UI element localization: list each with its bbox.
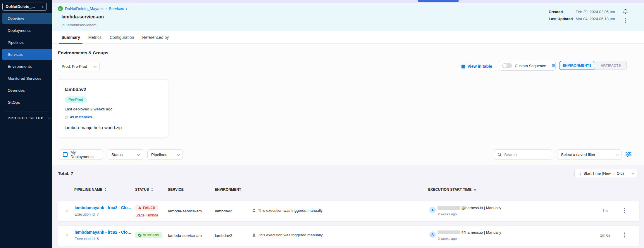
executions-table-header: PIPELINE NAME STATUS SERVICE ENVIRONMENT… [58, 188, 639, 193]
column-status[interactable]: STATUS [135, 188, 153, 192]
chevron-down-icon [631, 171, 634, 174]
project-setup-toggle[interactable]: PROJECT SETUP [8, 116, 50, 120]
chevron-down-icon [177, 153, 180, 156]
expand-chevron-icon[interactable]: › [66, 232, 68, 238]
sidebar-item-overrides[interactable]: Overrides [2, 85, 52, 96]
filter-sliders-icon[interactable] [625, 152, 632, 157]
gear-icon[interactable]: ⚙ [551, 63, 555, 68]
warning-triangle-icon [138, 206, 142, 209]
chevron-down-icon [94, 65, 97, 67]
avatar[interactable]: A [429, 231, 436, 238]
breadcrumb-separator-icon: › [126, 7, 127, 11]
segment-environments[interactable]: ENVIRONMENTS [559, 61, 595, 70]
tab-summary[interactable]: Summary [57, 31, 84, 44]
sidebar-item-gitops[interactable]: GitOps [2, 97, 52, 108]
sort-icon [104, 188, 107, 191]
triggered-by: l@harness.io | Manually [438, 206, 501, 210]
search-input[interactable] [504, 152, 548, 157]
top-strip [52, 0, 644, 3]
environment-card[interactable]: lambdav2 Pre-Prod Last deployed 2 weeks … [58, 79, 168, 137]
sidebar-item-monitored-services[interactable]: Monitored Services [2, 73, 52, 84]
pipeline-link[interactable]: lambdamayank - lrca2 - Clo... [75, 205, 131, 210]
harness-logo-icon: ∞ [58, 6, 63, 11]
project-selector[interactable]: DoNotDelete_... › [2, 3, 47, 11]
custom-sequence-label: Custom Sequence [515, 64, 546, 68]
row-more-menu-icon[interactable] [623, 207, 626, 214]
trigger-info: This execution was triggered manually [252, 208, 323, 213]
execution-row[interactable]: › lambdamayank - lrca2 - Clo... Executio… [58, 201, 639, 221]
segment-artifacts[interactable]: ARTIFACTS [593, 61, 627, 70]
header-more-menu-icon[interactable] [624, 17, 627, 24]
created-label: Created [549, 10, 573, 14]
sidebar-item-pipelines[interactable]: Pipelines [2, 37, 52, 48]
expand-chevron-icon[interactable]: › [66, 208, 68, 214]
column-service[interactable]: SERVICE [168, 188, 184, 192]
summary-content: Environments & Groups Prod, Pre-Prod ▦ V… [52, 44, 644, 165]
my-deployments-filter[interactable]: My Deployments [59, 149, 103, 160]
chevron-down-icon [137, 153, 140, 156]
table-icon: ▦ [461, 64, 465, 69]
total-count: Total: 7 [58, 171, 73, 176]
environments-artifacts-segmented: ENVIRONMENTS ARTIFACTS [559, 61, 627, 70]
tab-referenced-by[interactable]: Referenced by [138, 31, 173, 44]
tab-bar: Summary Metrics Configuration Referenced… [52, 31, 644, 44]
check-circle-icon [138, 233, 142, 237]
notification-bell-icon[interactable] [622, 8, 628, 14]
status-filter-select[interactable]: Status [108, 149, 143, 160]
execution-id: Execution Id: 6 [75, 237, 99, 241]
sidebar-item-environments[interactable]: Environments [2, 61, 52, 72]
chevron-down-icon [616, 153, 619, 156]
failed-stage-link[interactable]: Stage: lambda [135, 213, 158, 218]
top-strip-accent [418, 0, 459, 2]
service-meta: Created Feb 29, 2024 02:05 pm Last Updat… [549, 10, 615, 21]
time-ago: 2 weeks ago [438, 212, 457, 216]
page-title: lambda-service-am [61, 14, 104, 20]
pipelines-filter-select[interactable]: Pipelines [147, 149, 183, 160]
custom-sequence-toggle[interactable] [502, 63, 512, 68]
environment-filter-select[interactable]: Prod, Pre-Prod [58, 62, 100, 71]
sidebar-item-overview[interactable]: Overview [2, 13, 52, 24]
pipeline-link[interactable]: lambdamayank - lrca2 - Clo... [75, 230, 131, 235]
breadcrumb: ∞ DoNotDelete_Mayank › Services › [58, 6, 127, 11]
tab-metrics[interactable]: Metrics [84, 31, 106, 44]
sort-order-select[interactable]: ↑↓ Start Time (New → Old) [574, 169, 637, 178]
execution-row[interactable]: › lambdamayank - lrca2 - Clo... Executio… [58, 226, 639, 246]
sort-arrows-icon: ↑↓ [578, 171, 581, 176]
main-area: ∞ DoNotDelete_Mayank › Services › lambda… [52, 0, 644, 248]
duration: 1m [599, 209, 611, 213]
search-box [494, 149, 552, 160]
column-environment[interactable]: ENVIRONMENT [215, 188, 241, 192]
executions-panel: Total: 7 ↑↓ Start Time (New → Old) PIPEL… [52, 165, 644, 248]
environments-groups-heading: Environments & Groups [58, 50, 109, 55]
updated-label: Last Updated [549, 17, 573, 21]
my-deployments-checkbox[interactable] [63, 152, 68, 157]
avatar[interactable]: A [429, 207, 436, 213]
duration: 1m 6s [599, 233, 611, 237]
service-id: Id: lambdaserviceam [61, 23, 97, 27]
last-deployed-text: Last deployed 2 weeks ago [65, 107, 161, 111]
trigger-info: This execution was triggered manually [252, 233, 323, 237]
sort-ascending-icon [473, 189, 476, 190]
chevron-right-icon: › [42, 4, 44, 9]
triggered-by: l@harness.io | Manually [438, 230, 501, 235]
breadcrumb-project-link[interactable]: DoNotDelete_Mayank [65, 6, 104, 11]
status-badge-success: SUCCESS [135, 232, 162, 238]
column-execution-start-time[interactable]: EXECUTION START TIME [428, 188, 476, 192]
updated-value: Mar 04, 2024 06:18 pm [576, 17, 615, 21]
sidebar-item-services[interactable]: Services [2, 49, 52, 60]
chevron-down-icon [48, 116, 51, 119]
breadcrumb-services-link[interactable]: Services [109, 6, 124, 11]
artifact-name: lambda-manju:hello-world.zip [65, 125, 161, 130]
sidebar: DoNotDelete_... › Overview Deployments P… [0, 0, 52, 248]
execution-id: Execution Id: 7 [75, 212, 99, 216]
tab-configuration[interactable]: Configuration [106, 31, 138, 44]
sidebar-item-deployments[interactable]: Deployments [2, 25, 52, 36]
instances-link[interactable]: ◎ 49 Instances [65, 115, 161, 119]
saved-filter-select[interactable]: Select a saved filter [557, 149, 621, 160]
row-more-menu-icon[interactable] [623, 232, 626, 238]
view-in-table-link[interactable]: ▦ View in table [461, 64, 492, 69]
row-service: lambda-service-am [168, 209, 202, 213]
environment-name: lambdav2 [65, 87, 161, 92]
created-value: Feb 29, 2024 02:05 pm [576, 10, 615, 14]
column-pipeline-name[interactable]: PIPELINE NAME [74, 188, 107, 192]
